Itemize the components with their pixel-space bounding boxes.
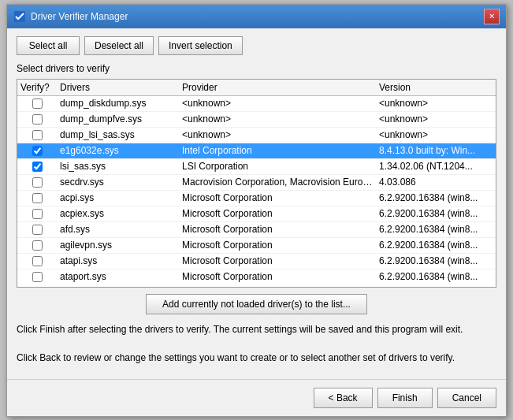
row-checkbox[interactable] xyxy=(32,272,43,282)
header-drivers: Drivers xyxy=(57,82,179,93)
driver-version: <unknown> xyxy=(376,113,496,125)
content-area: Select all Deselect all Invert selection… xyxy=(7,28,506,373)
row-checkbox[interactable] xyxy=(32,98,43,109)
driver-name: agilevpn.sys xyxy=(57,240,179,251)
driver-version: 1.34.02.06 (NT.1204... xyxy=(376,161,496,172)
header-provider: Provider xyxy=(179,82,376,93)
table-row[interactable]: ataport.sysMicrosoft Corporation6.2.9200… xyxy=(17,269,496,284)
select-all-button[interactable]: Select all xyxy=(17,36,80,55)
table-header: Verify? Drivers Provider Version xyxy=(17,80,496,96)
title-bar-left: Driver Verifier Manager xyxy=(13,10,128,23)
driver-version: 6.2.9200.16384 (win8... xyxy=(376,192,496,203)
toolbar: Select all Deselect all Invert selection xyxy=(17,36,496,55)
title-buttons: ✕ xyxy=(484,9,500,24)
driver-name: afd.sys xyxy=(57,224,179,235)
window-title: Driver Verifier Manager xyxy=(31,11,128,22)
driver-provider: <unknown> xyxy=(179,113,376,125)
invert-selection-button[interactable]: Invert selection xyxy=(158,36,243,55)
close-button[interactable]: ✕ xyxy=(484,9,500,24)
table-row[interactable]: dump_diskdump.sys<unknown><unknown> xyxy=(17,96,496,112)
driver-version: <unknown> xyxy=(376,129,496,140)
row-checkbox[interactable] xyxy=(32,209,43,219)
table-row[interactable]: afd.sysMicrosoft Corporation6.2.9200.163… xyxy=(17,222,496,238)
driver-name: acpiex.sys xyxy=(57,208,179,219)
info-line1: Click Finish after selecting the drivers… xyxy=(17,322,496,336)
table-row[interactable]: dump_dumpfve.sys<unknown><unknown> xyxy=(17,112,496,128)
title-bar: Driver Verifier Manager ✕ xyxy=(7,5,506,28)
driver-provider: Macrovision Corporation, Macrovision Eur… xyxy=(179,177,376,188)
driver-version: 4.03.086 xyxy=(376,177,496,188)
header-version: Version xyxy=(376,82,496,93)
driver-version: 6.2.9200.16384 (win8... xyxy=(376,224,496,235)
finish-button[interactable]: Finish xyxy=(377,388,433,408)
table-row[interactable]: e1g6032e.sysIntel Corporation8.4.13.0 bu… xyxy=(17,143,496,159)
row-checkbox[interactable] xyxy=(32,114,43,125)
driver-provider: Intel Corporation xyxy=(179,145,376,156)
row-checkbox[interactable] xyxy=(32,146,43,156)
driver-provider: Microsoft Corporation xyxy=(179,224,376,235)
driver-name: lsi_sas.sys xyxy=(57,161,179,172)
driver-name: secdrv.sys xyxy=(57,177,179,188)
row-checkbox[interactable] xyxy=(32,240,43,251)
driver-name: dump_dumpfve.sys xyxy=(57,113,179,125)
add-drivers-button[interactable]: Add currently not loaded driver(s) to th… xyxy=(146,294,367,314)
driver-provider: LSI Corporation xyxy=(179,161,376,172)
table-row[interactable]: acpiex.sysMicrosoft Corporation6.2.9200.… xyxy=(17,206,496,222)
header-verify: Verify? xyxy=(17,82,57,93)
driver-name: dump_lsi_sas.sys xyxy=(57,129,179,140)
driver-provider: <unknown> xyxy=(179,129,376,140)
driver-name: ataport.sys xyxy=(57,271,179,282)
driver-version: 6.2.9200.16384 (win8... xyxy=(376,240,496,251)
row-checkbox[interactable] xyxy=(32,193,43,203)
driver-provider: Microsoft Corporation xyxy=(179,192,376,203)
add-button-row: Add currently not loaded driver(s) to th… xyxy=(17,294,496,314)
driver-name: e1g6032e.sys xyxy=(57,145,179,156)
driver-version: <unknown> xyxy=(376,98,496,109)
driver-version: 6.2.9200.16384 (win8... xyxy=(376,271,496,282)
main-window: Driver Verifier Manager ✕ Select all Des… xyxy=(6,4,507,417)
row-checkbox[interactable] xyxy=(32,225,43,235)
table-row[interactable]: agilevpn.sysMicrosoft Corporation6.2.920… xyxy=(17,238,496,254)
window-icon xyxy=(13,10,26,23)
row-checkbox[interactable] xyxy=(32,130,43,140)
info-text: Click Finish after selecting the drivers… xyxy=(17,322,496,365)
back-button[interactable]: < Back xyxy=(314,388,373,408)
driver-provider: Microsoft Corporation xyxy=(179,240,376,251)
driver-version: 8.4.13.0 built by: Win... xyxy=(376,145,496,156)
table-row[interactable]: atapi.sysMicrosoft Corporation6.2.9200.1… xyxy=(17,254,496,269)
driver-version: 6.2.9200.16384 (win8... xyxy=(376,208,496,219)
driver-name: atapi.sys xyxy=(57,255,179,266)
table-row[interactable]: acpi.sysMicrosoft Corporation6.2.9200.16… xyxy=(17,191,496,206)
cancel-button[interactable]: Cancel xyxy=(437,388,496,408)
driver-provider: Microsoft Corporation xyxy=(179,255,376,266)
driver-name: acpi.sys xyxy=(57,192,179,203)
info-line2: Click Back to review or change the setti… xyxy=(17,351,496,365)
driver-version: 6.2.9200.16384 (win8... xyxy=(376,255,496,266)
table-row[interactable]: secdrv.sysMacrovision Corporation, Macro… xyxy=(17,175,496,191)
table-body: dump_diskdump.sys<unknown><unknown>dump_… xyxy=(17,96,496,284)
driver-name: dump_diskdump.sys xyxy=(57,98,179,109)
table-row[interactable]: lsi_sas.sysLSI Corporation1.34.02.06 (NT… xyxy=(17,159,496,175)
row-checkbox[interactable] xyxy=(32,162,43,172)
drivers-table: Verify? Drivers Provider Version dump_di… xyxy=(17,79,496,288)
driver-provider: <unknown> xyxy=(179,98,376,109)
section-label: Select drivers to verify xyxy=(17,63,496,74)
deselect-all-button[interactable]: Deselect all xyxy=(84,36,154,55)
row-checkbox[interactable] xyxy=(32,177,43,188)
driver-provider: Microsoft Corporation xyxy=(179,208,376,219)
driver-provider: Microsoft Corporation xyxy=(179,271,376,282)
footer: < Back Finish Cancel xyxy=(7,379,506,416)
row-checkbox[interactable] xyxy=(32,256,43,266)
table-row[interactable]: dump_lsi_sas.sys<unknown><unknown> xyxy=(17,128,496,143)
